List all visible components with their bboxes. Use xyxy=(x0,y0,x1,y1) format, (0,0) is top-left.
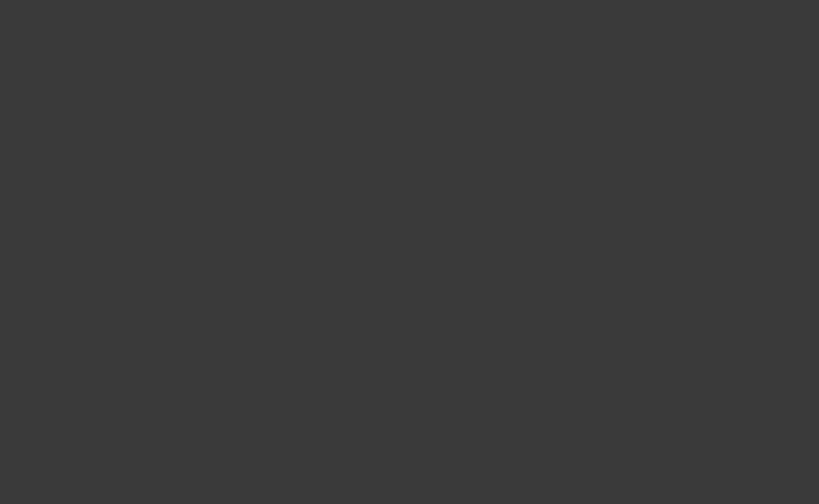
connection-lines xyxy=(0,0,819,504)
